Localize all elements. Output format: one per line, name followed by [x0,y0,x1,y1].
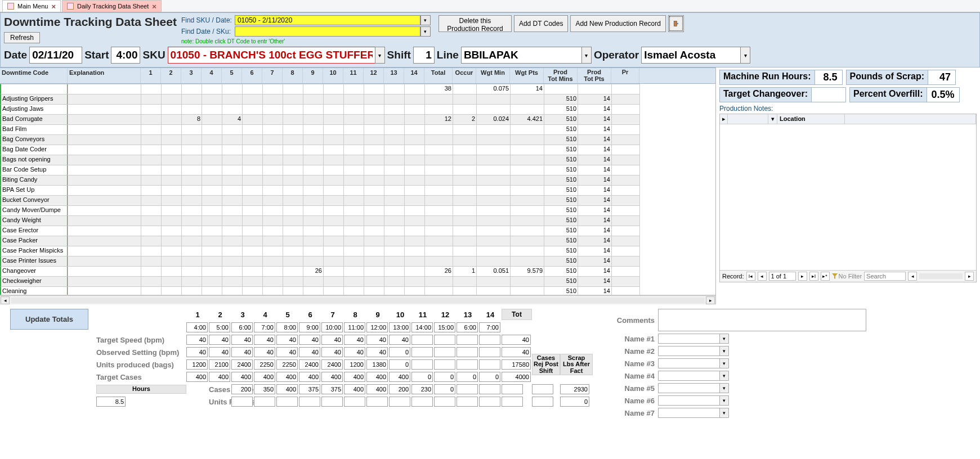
totals-cell-input[interactable] [389,335,410,345]
grid-cell[interactable] [476,246,511,256]
grid-cell[interactable] [424,215,453,226]
grid-cell[interactable] [141,215,162,226]
downtime-code-cell[interactable]: BPA Set Up [0,185,68,196]
grid-cell[interactable] [476,286,511,295]
update-totals-button[interactable]: Update Totals [10,309,88,330]
grid-cell[interactable] [404,195,425,206]
grid-cell[interactable] [611,134,640,145]
grid-cell[interactable] [384,246,405,256]
grid-cell[interactable] [424,226,453,236]
grid-cell[interactable] [404,104,425,115]
shift-input[interactable] [413,47,435,64]
table-row[interactable]: Bag Conveyors51014 [0,134,715,145]
totals-cell-input[interactable] [321,397,343,407]
grid-cell[interactable] [262,175,283,186]
grid-cell[interactable] [611,94,640,105]
grid-cell[interactable] [323,114,344,125]
grid-cell[interactable] [476,155,511,165]
grid-cell[interactable] [384,236,405,246]
grid-cell[interactable] [323,134,344,145]
grid-cell[interactable] [222,215,243,226]
grid-cell[interactable] [161,185,182,196]
grid-cell[interactable] [181,276,202,287]
grid-cell[interactable] [141,155,162,165]
totals-cell-input[interactable] [366,347,388,357]
grid-cell[interactable] [283,104,303,115]
grid-cell[interactable] [303,155,324,165]
grid-cell[interactable] [283,185,303,196]
line-input[interactable] [461,47,581,64]
downtime-code-cell[interactable]: Candy Mover/Dumpe [0,205,68,216]
grid-cell[interactable] [343,114,364,125]
grid-cell[interactable] [476,226,511,236]
grid-cell[interactable] [181,155,202,165]
table-row[interactable]: Checkweigher51014 [0,276,715,286]
grid-cell[interactable] [343,276,364,287]
grid-cell[interactable] [181,195,202,206]
grid-cell[interactable] [424,175,453,186]
grid-cell[interactable] [68,195,141,206]
grid-cell[interactable] [404,185,425,196]
totals-cell-input[interactable] [344,397,365,407]
totals-total-input[interactable] [502,372,531,382]
date-input[interactable] [29,47,82,64]
grid-cell[interactable]: 510 [544,215,578,226]
grid-cell[interactable] [404,215,425,226]
grid-cell[interactable] [424,246,453,256]
totals-cell-input[interactable] [389,359,410,370]
grid-cell[interactable]: 2 [453,114,477,125]
grid-cell[interactable]: 510 [544,175,578,186]
downtime-code-cell[interactable]: Changeover [0,266,68,277]
downtime-code-cell[interactable]: Adjusting Jaws [0,104,68,115]
grid-cell[interactable] [343,175,364,186]
totals-time-input[interactable] [457,322,478,332]
grid-cell[interactable] [202,175,222,186]
totals-time-input[interactable] [321,322,343,332]
grid-cell[interactable] [453,155,477,165]
grid-cell[interactable] [611,226,640,236]
grid-cell[interactable] [303,185,324,196]
totals-cell-input[interactable] [231,384,253,394]
grid-cell[interactable] [181,165,202,176]
totals-cell-input[interactable] [479,335,500,345]
grid-cell[interactable] [222,226,243,236]
totals-cell-input[interactable] [254,397,275,407]
downtime-code-cell[interactable]: Bad Corrugate [0,114,68,125]
grid-cell[interactable] [262,215,283,226]
grid-cell[interactable] [510,185,544,196]
grid-cell[interactable] [424,256,453,267]
grid-cell[interactable] [222,165,243,176]
grid-cell[interactable]: 14 [578,185,612,196]
totals-cell-input[interactable] [299,359,320,370]
grid-cell[interactable] [364,215,384,226]
grid-cell[interactable] [262,236,283,246]
grid-cell[interactable]: 510 [544,94,578,105]
grid-cell[interactable] [141,185,162,196]
record-search-input[interactable] [864,272,906,281]
grid-cell[interactable] [141,236,162,246]
grid-cell[interactable] [510,104,544,115]
totals-cell-input[interactable] [186,359,208,370]
downtime-code-cell[interactable]: Bucket Conveyor [0,195,68,206]
grid-cell[interactable] [303,124,324,135]
grid-cell[interactable] [141,94,162,105]
grid-cell[interactable] [323,155,344,165]
grid-cell[interactable]: 12 [424,114,453,125]
grid-cell[interactable] [181,266,202,277]
grid-cell[interactable] [283,145,303,155]
grid-cell[interactable]: 4.421 [510,114,544,125]
grid-cell[interactable] [510,124,544,135]
grid-cell[interactable] [364,236,384,246]
grid-cell[interactable] [384,286,405,295]
grid-cell[interactable] [303,165,324,176]
grid-cell[interactable] [364,185,384,196]
grid-hscrollbar[interactable]: ◂ ▸ [0,295,715,304]
grid-cell[interactable] [222,155,243,165]
grid-cell[interactable] [303,94,324,105]
grid-cell[interactable] [283,124,303,135]
grid-cell[interactable]: 510 [544,104,578,115]
grid-cell[interactable] [202,226,222,236]
grid-cell[interactable] [68,155,141,165]
grid-cell[interactable] [476,236,511,246]
grid-cell[interactable] [181,205,202,216]
